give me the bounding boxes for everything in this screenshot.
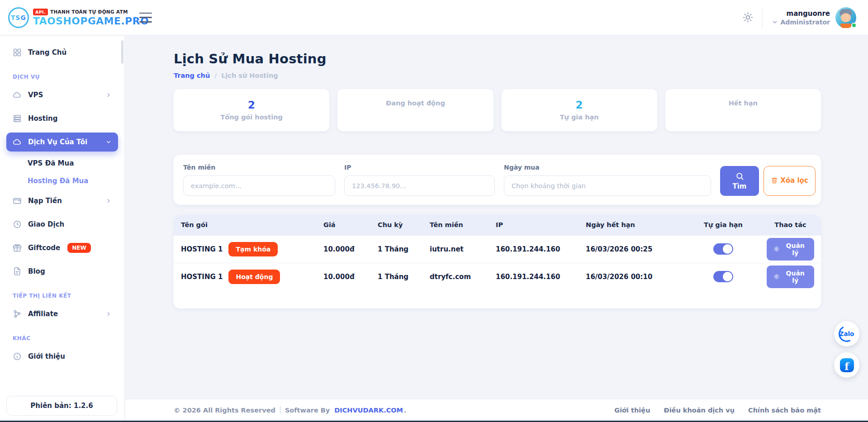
info-icon <box>13 352 22 361</box>
auto-renew-toggle[interactable] <box>713 271 733 282</box>
sidebar-section-services: DỊCH VỤ <box>6 66 118 85</box>
expiry-cell: 16/03/2026 00:10 <box>579 263 687 290</box>
stat-label: Đang hoạt động <box>342 100 489 107</box>
share-nodes-icon <box>13 309 22 318</box>
api-badge: API. <box>33 9 48 15</box>
col-header-domain: Tên miền <box>422 215 489 235</box>
gift-icon <box>13 243 22 252</box>
sidebar-item-label: Affiliate <box>28 310 58 318</box>
sidebar-item-label: Hosting <box>28 114 58 123</box>
domain-filter-label: Tên miền <box>183 164 335 171</box>
wallet-icon <box>13 196 22 205</box>
col-header-expiry: Ngày hết hạn <box>579 215 687 235</box>
sidebar-item-label: Trang Chủ <box>28 48 66 57</box>
stat-value: 2 <box>178 98 325 112</box>
footer-links: Giới thiệu Điều khoản dịch vụ Chính sách… <box>614 407 821 414</box>
sidebar-item-label: Giftcode <box>28 244 60 252</box>
breadcrumb: Trang chủ / Lịch sử Hosting <box>174 72 821 79</box>
footer-copyright: © 2026 All Rights Reserved Software By D… <box>174 406 407 414</box>
footer-link-privacy[interactable]: Chính sách bảo mật <box>748 407 821 414</box>
header-divider <box>762 6 763 29</box>
status-badge: Tạm khóa <box>228 242 278 256</box>
ip-filter-input[interactable] <box>344 175 495 196</box>
manage-button[interactable]: Quản lý <box>767 266 814 288</box>
brand-tagline: THANH TOÁN TỰ ĐỘNG ATM <box>50 9 128 14</box>
stat-label: Tự gia hạn <box>506 114 653 121</box>
package-name: HOSTING 1 <box>181 273 223 281</box>
sidebar-subitem-vps-purchased[interactable]: VPS Đã Mua <box>6 156 118 171</box>
footer-link-about[interactable]: Giới thiệu <box>614 407 650 414</box>
trash-icon <box>771 177 778 184</box>
new-badge: NEW <box>67 243 90 253</box>
sidebar-item-home[interactable]: Trang Chủ <box>6 43 118 62</box>
sidebar-item-label: Giao Dịch <box>28 220 64 228</box>
clock-icon <box>13 220 22 229</box>
zalo-button[interactable]: Zalo <box>834 321 859 346</box>
sun-icon <box>743 12 753 23</box>
sidebar-item-transactions[interactable]: Giao Dịch <box>6 215 118 234</box>
domain-cell: dtryfc.com <box>422 263 489 290</box>
sidebar-item-about[interactable]: Giới thiệu <box>6 347 118 366</box>
table-row: HOSTING 1Tạm khóa 10.000đ 1 Tháng iutru.… <box>174 235 821 263</box>
sidebar-scrollbar[interactable] <box>121 40 123 64</box>
domain-filter-input[interactable] <box>183 175 335 196</box>
stat-card-active: Đang hoạt động <box>337 89 493 131</box>
menu-toggle-button[interactable] <box>139 13 152 23</box>
top-header: TSG API. THANH TOÁN TỰ ĐỘNG ATM TAOSHOPG… <box>0 0 868 35</box>
gear-icon <box>773 246 779 252</box>
chevron-down-icon <box>105 139 112 145</box>
sidebar-item-blog[interactable]: Blog <box>6 262 118 281</box>
hosting-table: Tên gói Giá Chu kỳ Tên miền IP Ngày hết … <box>174 215 821 290</box>
manage-button[interactable]: Quản lý <box>767 238 814 261</box>
stat-card-total-hosting: 2 Tổng gói hosting <box>174 89 329 131</box>
sidebar-item-affiliate[interactable]: Affiliate <box>6 304 118 323</box>
stat-label: Tổng gói hosting <box>178 114 325 121</box>
auto-renew-toggle[interactable] <box>713 243 733 255</box>
stat-label: Hết hạn <box>670 100 816 107</box>
ip-filter-label: IP <box>344 164 495 171</box>
sidebar-item-hosting[interactable]: Hosting <box>6 109 118 128</box>
online-status-dot <box>851 23 857 28</box>
date-filter-input[interactable] <box>504 175 711 196</box>
col-header-cycle: Chu kỳ <box>370 215 422 235</box>
sidebar-item-my-services[interactable]: Dịch Vụ Của Tôi <box>6 133 118 152</box>
sidebar-item-label: Blog <box>28 267 45 275</box>
price-cell: 10.000đ <box>316 263 370 290</box>
clear-filter-button[interactable]: Xóa lọc <box>764 166 816 196</box>
sidebar-item-giftcode[interactable]: Giftcode NEW <box>6 238 118 257</box>
version-box: Phiên bản: 1.2.6 <box>6 396 117 416</box>
user-menu[interactable]: manguonre Administrator <box>772 7 856 28</box>
document-icon <box>13 267 22 276</box>
avatar[interactable] <box>835 7 856 28</box>
ip-cell: 160.191.244.160 <box>489 263 579 290</box>
col-header-actions: Thao tác <box>759 215 821 235</box>
facebook-icon: f <box>840 358 854 372</box>
breadcrumb-separator: / <box>214 72 217 79</box>
user-text: manguonre Administrator <box>772 9 830 26</box>
brand-domain: TAOSHOPGAME.PRO <box>33 16 149 26</box>
stat-card-expired: Hết hạn <box>665 89 821 131</box>
avatar-face <box>841 13 851 22</box>
facebook-button[interactable]: f <box>834 352 859 378</box>
theme-toggle-button[interactable] <box>743 12 753 23</box>
filter-panel: Tên miền IP Ngày mua Tìm Xóa lọc <box>174 155 821 205</box>
col-header-auto-renew: Tự gia hạn <box>687 215 759 235</box>
hosting-table-card: Tên gói Giá Chu kỳ Tên miền IP Ngày hết … <box>174 215 821 308</box>
breadcrumb-home-link[interactable]: Trang chủ <box>174 72 210 79</box>
chevron-right-icon <box>105 311 112 317</box>
sidebar-item-deposit[interactable]: Nạp Tiền <box>6 191 118 210</box>
sidebar-item-label: VPS <box>28 91 43 99</box>
tsg-initials: TSG <box>11 14 26 21</box>
sidebar-section-other: KHÁC <box>6 328 118 347</box>
sidebar-subitem-hosting-purchased[interactable]: Hosting Đã Mua <box>6 174 118 188</box>
search-button[interactable]: Tìm <box>720 166 759 196</box>
header-right: manguonre Administrator <box>743 6 868 29</box>
brand-logo[interactable]: TSG API. THANH TOÁN TỰ ĐỘNG ATM TAOSHOPG… <box>0 7 125 28</box>
sidebar-section-affiliate: TIẾP THỊ LIÊN KẾT <box>6 285 118 304</box>
footer-link-terms[interactable]: Điều khoản dịch vụ <box>664 407 735 414</box>
software-link[interactable]: DICHVUDARK.COM <box>334 407 403 414</box>
breadcrumb-current: Lịch sử Hosting <box>221 72 278 79</box>
sidebar-item-vps[interactable]: VPS <box>6 85 118 104</box>
floating-social-buttons: Zalo f <box>834 321 859 378</box>
package-name: HOSTING 1 <box>181 245 223 253</box>
